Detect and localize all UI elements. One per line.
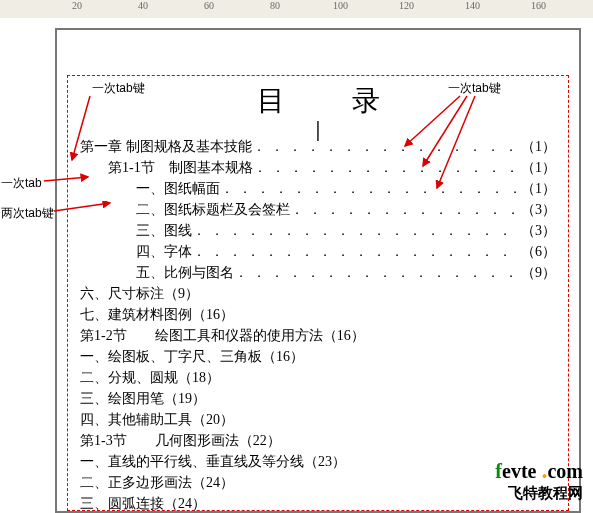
annotation-left-2: 两次tab键 [1,205,54,222]
toc-entry-text: 五、比例与图名 [136,262,234,283]
toc-entry-text: 三、图线 [136,220,192,241]
watermark: fevte .com 飞特教程网 [495,457,583,503]
toc-page-number: （1） [521,157,556,178]
toc-entry-text: 一、绘图板、丁字尺、三角板（16） [80,346,304,367]
annotation-left-1: 一次tab [1,175,42,192]
toc-entry: 七、建筑材料图例（16） [80,304,556,325]
toc-page-number: （1） [521,136,556,157]
toc-leader-dots: ．．．．．．．．．．．．．．．．．．．．．．．．．．． [290,199,521,220]
document-page[interactable]: 目 录 | 第一章 制图规格及基本技能．．．．．．．．．．．．．．．．．．．．．… [55,28,581,513]
toc-entry-text: 二、正多边形画法（24） [80,472,234,493]
toc-entry-text: 二、分规、圆规（18） [80,367,220,388]
toc-entry-text: 一、图纸幅面 [136,178,220,199]
toc-entry: 三、图线．．．．．．．．．．．．．．．．．．．．．．．．．．．（3） [80,220,556,241]
toc-entry: 第1-1节 制图基本规格．．．．．．．．．．．．．．．．．．．．．．．．．．．（… [80,157,556,178]
toc-entry-text: 第1-1节 制图基本规格 [108,157,253,178]
toc-entry: 二、正多边形画法（24） [80,472,556,493]
toc-entry-text: 三、圆弧连接（24） [80,493,206,513]
toc-entry-text: 二、图纸标题栏及会签栏 [136,199,290,220]
toc-leader-dots: ．．．．．．．．．．．．．．．．．．．．．．．．．．． [234,262,521,283]
toc-entry: 二、分规、圆规（18） [80,367,556,388]
toc-entry-text: 七、建筑材料图例（16） [80,304,234,325]
toc-entry-text: 一、直线的平行线、垂直线及等分线（23） [80,451,346,472]
toc-entry: 第一章 制图规格及基本技能．．．．．．．．．．．．．．．．．．．．．．．．．．．… [80,136,556,157]
toc-entry: 一、直线的平行线、垂直线及等分线（23） [80,451,556,472]
toc-entry: 六、尺寸标注（9） [80,283,556,304]
page-area: 一次tab键 一次tab键 一次tab 两次tab键 目 录 | 第一章 制图规… [0,18,593,513]
toc-entry: 第1-2节 绘图工具和仪器的使用方法（16） [80,325,556,346]
toc-entry-text: 第1-3节 几何图形画法（22） [80,430,281,451]
toc-leader-dots: ．．．．．．．．．．．．．．．．．．．．．．．．．．． [192,241,521,262]
toc-page-number: （3） [521,199,556,220]
toc-page-number: （6） [521,241,556,262]
toc-page-number: （3） [521,220,556,241]
toc-entry: 第1-3节 几何图形画法（22） [80,430,556,451]
toc-page-number: （1） [521,178,556,199]
toc-entry: 五、比例与图名．．．．．．．．．．．．．．．．．．．．．．．．．．．（9） [80,262,556,283]
toc-entry-text: 四、其他辅助工具（20） [80,409,234,430]
toc-entry: 二、图纸标题栏及会签栏．．．．．．．．．．．．．．．．．．．．．．．．．．．（3… [80,199,556,220]
toc-leader-dots: ．．．．．．．．．．．．．．．．．．．．．．．．．．． [253,157,521,178]
margin-guide: 目 录 | 第一章 制图规格及基本技能．．．．．．．．．．．．．．．．．．．．．… [67,75,569,511]
toc-entry-text: 四、字体 [136,241,192,262]
toc-entry-text: 第一章 制图规格及基本技能 [80,136,252,157]
toc-entry-text: 六、尺寸标注（9） [80,283,199,304]
text-cursor: | [80,122,556,136]
annotation-top-left: 一次tab键 [92,80,145,97]
annotation-top-right: 一次tab键 [448,80,501,97]
toc-leader-dots: ．．．．．．．．．．．．．．．．．．．．．．．．．．． [220,178,521,199]
toc-entry: 三、圆弧连接（24） [80,493,556,513]
toc-page-number: （9） [521,262,556,283]
toc-entry-text: 第1-2节 绘图工具和仪器的使用方法（16） [80,325,365,346]
horizontal-ruler: 20 40 60 80 100 120 140 160 [0,0,593,19]
toc-entry: 一、绘图板、丁字尺、三角板（16） [80,346,556,367]
toc-entry: 四、其他辅助工具（20） [80,409,556,430]
toc-entry: 四、字体．．．．．．．．．．．．．．．．．．．．．．．．．．．（6） [80,241,556,262]
toc-entry: 三、绘图用笔（19） [80,388,556,409]
toc-leader-dots: ．．．．．．．．．．．．．．．．．．．．．．．．．．． [252,136,522,157]
toc-entry: 一、图纸幅面．．．．．．．．．．．．．．．．．．．．．．．．．．．（1） [80,178,556,199]
toc-list: 第一章 制图规格及基本技能．．．．．．．．．．．．．．．．．．．．．．．．．．．… [80,136,556,513]
toc-leader-dots: ．．．．．．．．．．．．．．．．．．．．．．．．．．． [192,220,521,241]
toc-entry-text: 三、绘图用笔（19） [80,388,206,409]
